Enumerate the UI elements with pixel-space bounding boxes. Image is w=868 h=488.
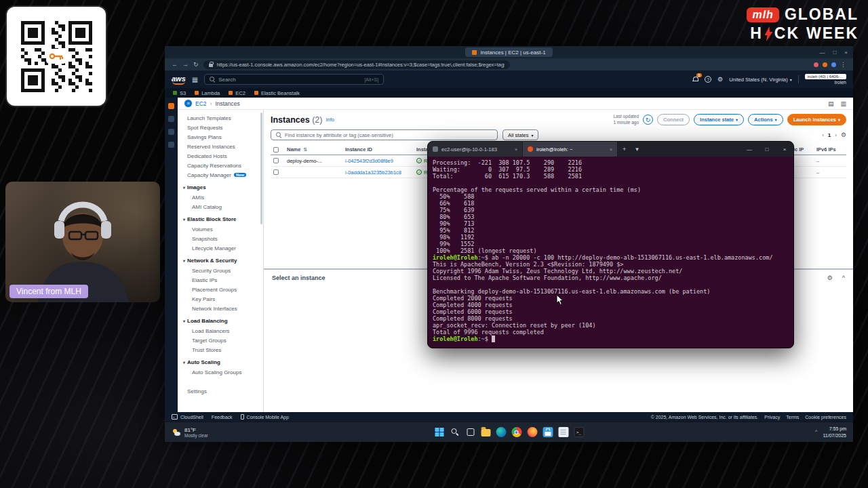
- bookmark-elastic-beanstalk[interactable]: Elastic Beanstalk: [254, 90, 300, 96]
- browser-minimize-icon[interactable]: —: [819, 49, 825, 56]
- sidebar-item-target-groups[interactable]: Target Groups: [178, 336, 263, 345]
- firefox-icon[interactable]: [527, 427, 537, 437]
- terminal-maximize-icon[interactable]: □: [758, 146, 776, 152]
- sidebar-item-lifecycle-manager[interactable]: Lifecycle Manager: [178, 243, 263, 253]
- extension-icon-orange[interactable]: [823, 62, 827, 67]
- cloudshell-button[interactable]: >_ CloudShell: [172, 414, 203, 420]
- close-tab-icon[interactable]: ×: [515, 147, 517, 152]
- row-checkbox[interactable]: [273, 169, 279, 175]
- sidebar-item-elastic-ips[interactable]: Elastic IPs: [178, 275, 263, 285]
- filter-input[interactable]: [285, 132, 492, 138]
- feedback-bubble-icon[interactable]: ▥: [840, 100, 846, 107]
- collapse-panel-icon[interactable]: ^: [842, 274, 845, 281]
- tab-dropdown-icon[interactable]: ▾: [631, 142, 644, 157]
- terms-link[interactable]: Terms: [786, 415, 799, 420]
- sidebar-item-ami-catalog[interactable]: AMI Catalog: [178, 202, 263, 211]
- column-header-ipv6-ips[interactable]: IPv6 IPs: [814, 146, 846, 152]
- aws-search-input[interactable]: [218, 77, 361, 83]
- region-selector[interactable]: United States (N. Virginia)▾: [729, 77, 792, 83]
- info-link[interactable]: Info: [326, 117, 334, 123]
- sidebar-item-trust-stores[interactable]: Trust Stores: [178, 345, 263, 354]
- instance-state-button[interactable]: Instance state▾: [694, 114, 744, 125]
- settings-gear-icon[interactable]: ⚙: [717, 76, 723, 83]
- connect-button[interactable]: Connect: [657, 114, 690, 125]
- extension-icon-blue[interactable]: [831, 62, 836, 67]
- sidebar-section-auto-scaling[interactable]: ▾Auto Scaling: [178, 357, 263, 367]
- prev-page-icon[interactable]: ‹: [822, 132, 824, 138]
- instance-id-link[interactable]: i-0addda1a3235b23b1c8: [342, 169, 414, 176]
- aws-search-box[interactable]: [Alt+S]: [204, 74, 384, 85]
- sidebar-item-key-pairs[interactable]: Key Pairs: [178, 294, 263, 304]
- browser-close-icon[interactable]: ×: [844, 49, 848, 56]
- panel-preferences-gear-icon[interactable]: ⚙: [827, 274, 833, 281]
- sidebar-item-savings-plans[interactable]: Savings Plans: [178, 132, 263, 142]
- sidebar-item-reserved-instances[interactable]: Reserved Instances: [178, 142, 263, 151]
- browser-maximize-icon[interactable]: □: [833, 49, 836, 56]
- task-view-icon[interactable]: [465, 427, 475, 437]
- terminal-icon[interactable]: >_: [574, 427, 584, 437]
- bookmark-s3[interactable]: S3: [173, 90, 186, 96]
- address-bar[interactable]: https://us-east-1.console.aws.amazon.com…: [203, 60, 510, 69]
- sidebar-item-auto-scaling-groups[interactable]: Auto Scaling Groups: [178, 367, 263, 377]
- sidebar-item-capacity-reservations[interactable]: Capacity Reservations: [178, 161, 263, 170]
- bookmark-lambda[interactable]: Lambda: [195, 90, 220, 96]
- cookie-preferences-link[interactable]: Cookie preferences: [805, 415, 846, 420]
- help-icon[interactable]: ?: [705, 76, 711, 83]
- back-icon[interactable]: ←: [172, 61, 178, 68]
- terminal-close-icon[interactable]: ×: [776, 146, 793, 152]
- new-tab-icon[interactable]: +: [618, 142, 631, 157]
- select-all-checkbox[interactable]: [273, 147, 279, 152]
- feedback-link[interactable]: Feedback: [212, 415, 233, 420]
- row-checkbox[interactable]: [273, 158, 279, 163]
- reload-icon[interactable]: ↻: [193, 61, 199, 68]
- rail-service-icon[interactable]: [168, 116, 174, 122]
- rail-service-icon[interactable]: [168, 142, 174, 148]
- instance-id-link[interactable]: i-042543f2d3d08f8e9: [342, 158, 414, 164]
- sidebar-item-placement-groups[interactable]: Placement Groups: [178, 285, 263, 294]
- column-header-name[interactable]: Name⇅: [284, 146, 342, 152]
- services-grid-icon[interactable]: ▦: [192, 76, 198, 83]
- sidebar-section-elastic-block-store[interactable]: ▾Elastic Block Store: [178, 214, 263, 224]
- breadcrumb-ec2[interactable]: EC2: [195, 100, 207, 107]
- sidebar-item-spot-requests[interactable]: Spot Requests: [178, 123, 263, 132]
- column-header-instance-id[interactable]: Instance ID: [342, 146, 414, 152]
- sidebar-item-amis[interactable]: AMIs: [178, 192, 263, 202]
- mobile-app-link[interactable]: Console Mobile App: [241, 414, 289, 420]
- terminal-tab[interactable]: iroleh@Iroleh: ~×: [523, 142, 618, 157]
- store-icon[interactable]: [542, 427, 553, 437]
- terminal-tab[interactable]: ec2-user@ip-10-0-1-183×: [428, 142, 523, 157]
- tray-expand-icon[interactable]: ^: [815, 428, 818, 436]
- browser-tab[interactable]: Instances | EC2 | us-east-1: [465, 47, 552, 57]
- sidebar-item-volumes[interactable]: Volumes: [178, 224, 263, 234]
- search-icon[interactable]: [450, 427, 460, 437]
- account-menu[interactable]: iroleh (40) | 6406-… Iroleh: [805, 74, 846, 85]
- rail-service-icon[interactable]: [168, 129, 174, 135]
- table-preferences-gear-icon[interactable]: ⚙: [841, 131, 846, 138]
- privacy-link[interactable]: Privacy: [764, 415, 780, 420]
- console-menu-icon[interactable]: ≡: [184, 100, 192, 107]
- instance-filter-input[interactable]: [271, 129, 498, 140]
- taskbar-clock[interactable]: 7:55 pm 11/07/2025: [823, 426, 846, 439]
- launch-instances-button[interactable]: Launch instances▾: [787, 114, 846, 125]
- sidebar-item-launch-templates[interactable]: Launch Templates: [178, 113, 263, 123]
- start-icon[interactable]: [434, 427, 444, 437]
- refresh-icon[interactable]: ↻: [643, 115, 653, 125]
- terminal-output[interactable]: Processing: -221 308 107.5 290 2216Waiti…: [428, 157, 793, 348]
- edge-icon[interactable]: [496, 427, 506, 437]
- terminal-minimize-icon[interactable]: —: [741, 146, 758, 152]
- sidebar-item-capacity-manager[interactable]: Capacity ManagerNew: [178, 170, 263, 180]
- taskbar-weather-widget[interactable]: 81°F Mostly clear: [172, 427, 208, 438]
- file-explorer-icon[interactable]: [481, 429, 490, 436]
- sidebar-item-settings[interactable]: Settings: [178, 386, 263, 396]
- split-panel-icon[interactable]: ▤: [828, 100, 834, 107]
- sidebar-item-dedicated-hosts[interactable]: Dedicated Hosts: [178, 151, 263, 161]
- sidebar-item-security-groups[interactable]: Security Groups: [178, 266, 263, 275]
- sidebar-item-snapshots[interactable]: Snapshots: [178, 234, 263, 243]
- sidebar-section-load-balancing[interactable]: ▾Load Balancing: [178, 315, 263, 326]
- chrome-icon[interactable]: [511, 427, 521, 437]
- extension-icon-red[interactable]: [814, 62, 818, 67]
- sidebar-section-network-security[interactable]: ▾Network & Security: [178, 255, 263, 266]
- sidebar-item-network-interfaces[interactable]: Network Interfaces: [178, 304, 263, 313]
- close-tab-icon[interactable]: ×: [610, 147, 612, 152]
- notepad-icon[interactable]: [558, 427, 568, 437]
